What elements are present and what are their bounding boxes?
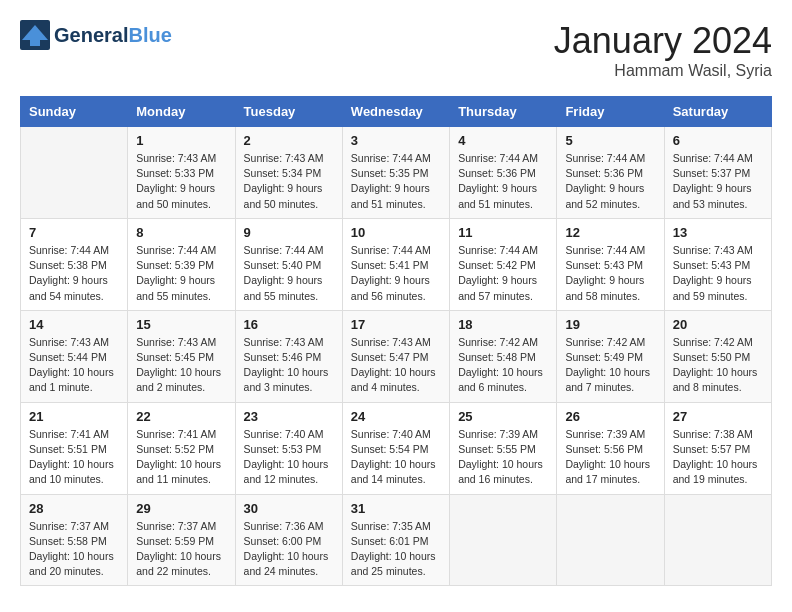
day-number: 18 [458, 317, 548, 332]
day-info: Sunrise: 7:43 AM Sunset: 5:34 PM Dayligh… [244, 151, 334, 212]
calendar-cell: 19Sunrise: 7:42 AM Sunset: 5:49 PM Dayli… [557, 310, 664, 402]
svg-rect-2 [30, 38, 40, 46]
day-number: 23 [244, 409, 334, 424]
day-info: Sunrise: 7:43 AM Sunset: 5:43 PM Dayligh… [673, 243, 763, 304]
day-info: Sunrise: 7:37 AM Sunset: 5:58 PM Dayligh… [29, 519, 119, 580]
logo: GeneralBlue [20, 20, 172, 50]
day-number: 20 [673, 317, 763, 332]
day-info: Sunrise: 7:44 AM Sunset: 5:43 PM Dayligh… [565, 243, 655, 304]
calendar-cell: 16Sunrise: 7:43 AM Sunset: 5:46 PM Dayli… [235, 310, 342, 402]
day-info: Sunrise: 7:41 AM Sunset: 5:52 PM Dayligh… [136, 427, 226, 488]
calendar-cell: 2Sunrise: 7:43 AM Sunset: 5:34 PM Daylig… [235, 127, 342, 219]
day-number: 5 [565, 133, 655, 148]
day-info: Sunrise: 7:43 AM Sunset: 5:46 PM Dayligh… [244, 335, 334, 396]
day-number: 19 [565, 317, 655, 332]
day-info: Sunrise: 7:40 AM Sunset: 5:54 PM Dayligh… [351, 427, 441, 488]
calendar-cell: 14Sunrise: 7:43 AM Sunset: 5:44 PM Dayli… [21, 310, 128, 402]
calendar-cell: 5Sunrise: 7:44 AM Sunset: 5:36 PM Daylig… [557, 127, 664, 219]
weekday-header: Tuesday [235, 97, 342, 127]
month-title: January 2024 [554, 20, 772, 62]
calendar-cell: 11Sunrise: 7:44 AM Sunset: 5:42 PM Dayli… [450, 218, 557, 310]
day-info: Sunrise: 7:39 AM Sunset: 5:56 PM Dayligh… [565, 427, 655, 488]
day-info: Sunrise: 7:36 AM Sunset: 6:00 PM Dayligh… [244, 519, 334, 580]
day-number: 2 [244, 133, 334, 148]
calendar-cell: 7Sunrise: 7:44 AM Sunset: 5:38 PM Daylig… [21, 218, 128, 310]
day-info: Sunrise: 7:44 AM Sunset: 5:36 PM Dayligh… [565, 151, 655, 212]
calendar-cell: 20Sunrise: 7:42 AM Sunset: 5:50 PM Dayli… [664, 310, 771, 402]
calendar-cell: 30Sunrise: 7:36 AM Sunset: 6:00 PM Dayli… [235, 494, 342, 586]
day-info: Sunrise: 7:41 AM Sunset: 5:51 PM Dayligh… [29, 427, 119, 488]
calendar-cell: 25Sunrise: 7:39 AM Sunset: 5:55 PM Dayli… [450, 402, 557, 494]
logo-text: GeneralBlue [54, 24, 172, 46]
day-info: Sunrise: 7:39 AM Sunset: 5:55 PM Dayligh… [458, 427, 548, 488]
day-info: Sunrise: 7:44 AM Sunset: 5:41 PM Dayligh… [351, 243, 441, 304]
day-number: 29 [136, 501, 226, 516]
location: Hammam Wasil, Syria [554, 62, 772, 80]
calendar-week-row: 7Sunrise: 7:44 AM Sunset: 5:38 PM Daylig… [21, 218, 772, 310]
day-info: Sunrise: 7:42 AM Sunset: 5:50 PM Dayligh… [673, 335, 763, 396]
day-info: Sunrise: 7:40 AM Sunset: 5:53 PM Dayligh… [244, 427, 334, 488]
logo-blue: Blue [128, 24, 171, 46]
day-info: Sunrise: 7:44 AM Sunset: 5:40 PM Dayligh… [244, 243, 334, 304]
day-info: Sunrise: 7:42 AM Sunset: 5:48 PM Dayligh… [458, 335, 548, 396]
calendar-cell: 6Sunrise: 7:44 AM Sunset: 5:37 PM Daylig… [664, 127, 771, 219]
day-number: 24 [351, 409, 441, 424]
calendar-cell [557, 494, 664, 586]
day-number: 28 [29, 501, 119, 516]
day-number: 21 [29, 409, 119, 424]
calendar-body: 1Sunrise: 7:43 AM Sunset: 5:33 PM Daylig… [21, 127, 772, 586]
calendar-cell: 18Sunrise: 7:42 AM Sunset: 5:48 PM Dayli… [450, 310, 557, 402]
day-number: 27 [673, 409, 763, 424]
day-number: 14 [29, 317, 119, 332]
calendar-cell: 23Sunrise: 7:40 AM Sunset: 5:53 PM Dayli… [235, 402, 342, 494]
day-info: Sunrise: 7:44 AM Sunset: 5:35 PM Dayligh… [351, 151, 441, 212]
day-number: 8 [136, 225, 226, 240]
day-info: Sunrise: 7:43 AM Sunset: 5:33 PM Dayligh… [136, 151, 226, 212]
weekday-header: Thursday [450, 97, 557, 127]
weekday-header: Friday [557, 97, 664, 127]
day-number: 6 [673, 133, 763, 148]
calendar-cell: 13Sunrise: 7:43 AM Sunset: 5:43 PM Dayli… [664, 218, 771, 310]
day-number: 13 [673, 225, 763, 240]
day-number: 12 [565, 225, 655, 240]
day-number: 31 [351, 501, 441, 516]
weekday-header: Saturday [664, 97, 771, 127]
day-number: 9 [244, 225, 334, 240]
title-block: January 2024 Hammam Wasil, Syria [554, 20, 772, 80]
page-header: GeneralBlue January 2024 Hammam Wasil, S… [20, 20, 772, 80]
calendar-cell: 29Sunrise: 7:37 AM Sunset: 5:59 PM Dayli… [128, 494, 235, 586]
day-number: 26 [565, 409, 655, 424]
day-number: 16 [244, 317, 334, 332]
day-number: 3 [351, 133, 441, 148]
calendar-cell: 10Sunrise: 7:44 AM Sunset: 5:41 PM Dayli… [342, 218, 449, 310]
weekday-header: Wednesday [342, 97, 449, 127]
day-info: Sunrise: 7:43 AM Sunset: 5:45 PM Dayligh… [136, 335, 226, 396]
calendar-cell [664, 494, 771, 586]
day-number: 7 [29, 225, 119, 240]
calendar-cell: 27Sunrise: 7:38 AM Sunset: 5:57 PM Dayli… [664, 402, 771, 494]
day-number: 1 [136, 133, 226, 148]
day-info: Sunrise: 7:43 AM Sunset: 5:44 PM Dayligh… [29, 335, 119, 396]
weekday-row: SundayMondayTuesdayWednesdayThursdayFrid… [21, 97, 772, 127]
calendar-cell [21, 127, 128, 219]
calendar-cell: 3Sunrise: 7:44 AM Sunset: 5:35 PM Daylig… [342, 127, 449, 219]
day-info: Sunrise: 7:44 AM Sunset: 5:38 PM Dayligh… [29, 243, 119, 304]
day-info: Sunrise: 7:38 AM Sunset: 5:57 PM Dayligh… [673, 427, 763, 488]
calendar-cell: 24Sunrise: 7:40 AM Sunset: 5:54 PM Dayli… [342, 402, 449, 494]
calendar-cell: 4Sunrise: 7:44 AM Sunset: 5:36 PM Daylig… [450, 127, 557, 219]
calendar-week-row: 1Sunrise: 7:43 AM Sunset: 5:33 PM Daylig… [21, 127, 772, 219]
calendar-header: SundayMondayTuesdayWednesdayThursdayFrid… [21, 97, 772, 127]
day-info: Sunrise: 7:37 AM Sunset: 5:59 PM Dayligh… [136, 519, 226, 580]
weekday-header: Sunday [21, 97, 128, 127]
calendar-week-row: 28Sunrise: 7:37 AM Sunset: 5:58 PM Dayli… [21, 494, 772, 586]
calendar-week-row: 21Sunrise: 7:41 AM Sunset: 5:51 PM Dayli… [21, 402, 772, 494]
weekday-header: Monday [128, 97, 235, 127]
calendar-cell: 1Sunrise: 7:43 AM Sunset: 5:33 PM Daylig… [128, 127, 235, 219]
day-number: 30 [244, 501, 334, 516]
calendar-cell: 22Sunrise: 7:41 AM Sunset: 5:52 PM Dayli… [128, 402, 235, 494]
day-number: 17 [351, 317, 441, 332]
calendar-cell: 26Sunrise: 7:39 AM Sunset: 5:56 PM Dayli… [557, 402, 664, 494]
day-number: 22 [136, 409, 226, 424]
calendar-cell: 12Sunrise: 7:44 AM Sunset: 5:43 PM Dayli… [557, 218, 664, 310]
day-info: Sunrise: 7:44 AM Sunset: 5:37 PM Dayligh… [673, 151, 763, 212]
